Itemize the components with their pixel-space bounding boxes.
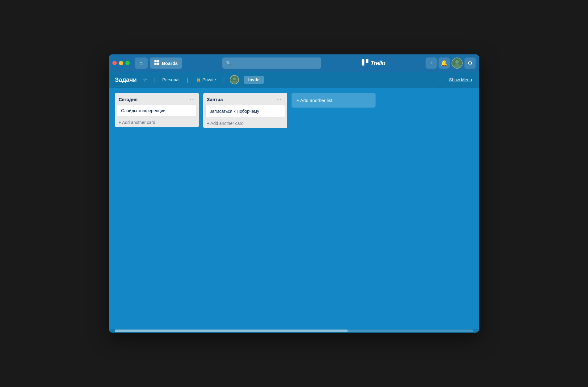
personal-label: Personal — [162, 77, 179, 82]
show-menu-button[interactable]: Show Menu — [448, 76, 473, 83]
add-list-button[interactable]: + Add another list — [292, 93, 376, 108]
list-header-today: Сегодня ··· — [115, 93, 199, 105]
svg-rect-2 — [154, 63, 157, 65]
show-menu-label: Show Menu — [449, 77, 472, 82]
bell-icon: 🔔 — [441, 60, 447, 66]
add-card-button-today[interactable]: + Add another card — [115, 117, 199, 127]
card-text-slides: Слайды конференции — [121, 108, 193, 113]
trello-board-icon — [362, 59, 368, 67]
card-text-appointment: Записаться к Поборчему — [209, 109, 275, 114]
board-footer — [109, 329, 479, 333]
svg-rect-5 — [366, 59, 368, 63]
maximize-button[interactable] — [125, 61, 130, 65]
scrollbar-thumb[interactable] — [115, 330, 348, 332]
svg-point-10 — [233, 78, 236, 80]
add-card-button-tomorrow[interactable]: + Add another card — [203, 118, 287, 128]
svg-rect-3 — [157, 63, 159, 65]
list-header-tomorrow: Завтра ··· — [203, 93, 287, 105]
user-avatar[interactable] — [452, 57, 463, 69]
star-button[interactable]: ☆ — [142, 76, 149, 84]
personal-button[interactable]: Personal — [160, 76, 182, 83]
home-icon: ⌂ — [140, 60, 143, 66]
titlebar-right: + 🔔 ⚙ — [426, 57, 476, 69]
divider-1: | — [153, 77, 155, 83]
divider-3: | — [223, 77, 225, 83]
divider-2: | — [187, 77, 188, 83]
lock-icon: 🔒 — [196, 77, 201, 82]
card-appointment[interactable]: Записаться к Поборчему ✏ — [206, 105, 285, 117]
close-button[interactable] — [112, 61, 117, 65]
list-title-tomorrow: Завтра — [207, 97, 223, 102]
add-card-label-tomorrow: + Add another card — [207, 121, 244, 126]
svg-point-7 — [455, 60, 459, 64]
svg-point-11 — [232, 81, 237, 84]
boards-label: Boards — [162, 61, 178, 66]
list-title-today: Сегодня — [119, 97, 138, 102]
card-slides[interactable]: Слайды конференции — [117, 105, 196, 116]
boards-grid-icon — [154, 60, 159, 66]
add-list-label: + Add another list — [296, 98, 332, 103]
list-menu-button-today[interactable]: ··· — [187, 96, 195, 103]
private-label: Private — [203, 77, 216, 82]
app-window: ⌂ Boards 🔍 Trello — [109, 54, 479, 333]
ellipsis-icon: ··· — [436, 77, 443, 83]
board-header-right: ··· Show Menu — [434, 75, 473, 84]
notifications-button[interactable]: 🔔 — [439, 57, 450, 69]
list-cards-tomorrow: Записаться к Поборчему ✏ — [203, 105, 287, 117]
trello-wordmark: Trello — [370, 60, 385, 67]
scrollbar-track[interactable] — [115, 330, 473, 332]
titlebar: ⌂ Boards 🔍 Trello — [109, 54, 479, 72]
trello-logo: Trello — [362, 59, 385, 67]
search-icon: 🔍 — [226, 61, 231, 66]
private-button[interactable]: 🔒 Private — [193, 76, 219, 83]
home-button[interactable]: ⌂ — [135, 57, 148, 69]
settings-button[interactable]: ⚙ — [464, 57, 476, 69]
svg-rect-0 — [154, 60, 157, 62]
svg-rect-4 — [362, 59, 364, 66]
boards-button[interactable]: Boards — [150, 57, 182, 69]
add-button[interactable]: + — [426, 57, 437, 69]
invite-button[interactable]: Invite — [244, 76, 264, 84]
board-header: Задачи ☆ | Personal | 🔒 Private | Invite… — [109, 72, 479, 88]
traffic-lights — [112, 61, 130, 65]
plus-icon: + — [430, 60, 433, 66]
add-card-label-today: + Add another card — [119, 120, 155, 125]
list-cards-today: Слайды конференции — [115, 105, 199, 116]
board-member-avatar[interactable] — [230, 75, 239, 84]
list-tomorrow: Завтра ··· Записаться к Поборчему ✏ + Ad… — [203, 93, 287, 128]
invite-label: Invite — [248, 77, 260, 82]
list-menu-button-tomorrow[interactable]: ··· — [275, 96, 284, 103]
more-options-button[interactable]: ··· — [434, 75, 445, 84]
star-icon: ☆ — [143, 77, 147, 83]
board-content: Сегодня ··· Слайды конференции + Add ano… — [109, 88, 479, 329]
gear-icon: ⚙ — [468, 60, 472, 66]
list-today: Сегодня ··· Слайды конференции + Add ano… — [115, 93, 199, 127]
search-bar[interactable]: 🔍 — [222, 57, 321, 69]
minimize-button[interactable] — [119, 61, 123, 65]
svg-rect-1 — [157, 60, 159, 62]
board-title: Задачи — [115, 76, 137, 83]
